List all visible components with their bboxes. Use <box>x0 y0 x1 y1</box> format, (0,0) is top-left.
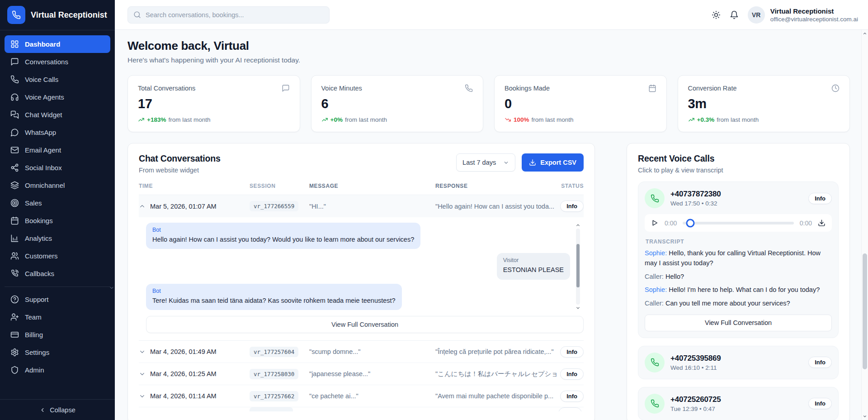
message-square-icon <box>282 84 290 92</box>
scroll-up-icon[interactable] <box>576 223 580 228</box>
topbar-right: VR Virtual Receptionist office@virtualre… <box>712 6 858 24</box>
sidebar-item-whatsapp[interactable]: WhatsApp <box>5 124 110 141</box>
row-response: "こんにちは！私はバーチャルレセプショ... <box>435 370 558 378</box>
stat-change: 100% <box>514 116 529 123</box>
sidebar-item-voice-agents[interactable]: Voice Agents <box>5 88 110 106</box>
export-csv-button[interactable]: Export CSV <box>522 153 584 172</box>
play-button[interactable] <box>651 219 659 227</box>
sidebar-item-voice-calls[interactable]: Voice Calls <box>5 71 110 88</box>
info-button[interactable] <box>558 407 582 411</box>
row-message: "japanesse please..." <box>309 370 435 377</box>
sidebar-item-omnichannel[interactable]: Omnichannel <box>5 177 110 194</box>
stat-label: Voice Minutes <box>321 85 362 92</box>
sidebar-item-label: Email Agent <box>25 146 61 154</box>
transcript-line: Caller:Can you tell me more about your s… <box>645 299 832 309</box>
sidebar-item-admin[interactable]: Admin <box>5 361 110 379</box>
table-row-partial[interactable] <box>139 407 584 411</box>
theme-toggle-button[interactable] <box>712 10 721 19</box>
sidebar-item-sales[interactable]: Sales <box>5 194 110 212</box>
chevron-down-icon <box>503 160 509 166</box>
conversation-scrollbar[interactable] <box>575 223 581 310</box>
collapse-sidebar-button[interactable]: Collapse <box>0 399 115 420</box>
sidebar-item-team[interactable]: Team <box>5 308 110 326</box>
sun-icon <box>712 10 721 19</box>
scroll-down-icon[interactable] <box>576 305 580 310</box>
voice-call-card[interactable]: +40725260725 Tue 12:39 • 0:47 Info <box>638 387 839 420</box>
sidebar-item-conversations[interactable]: Conversations <box>5 53 110 71</box>
main-area: VR Virtual Receptionist office@virtualre… <box>115 0 868 420</box>
sidebar-item-label: Settings <box>25 348 49 356</box>
seek-handle[interactable] <box>686 219 695 227</box>
info-button[interactable]: Info <box>808 357 832 368</box>
sidebar-item-social-inbox[interactable]: Social Inbox <box>5 159 110 177</box>
search-input[interactable] <box>146 11 324 19</box>
sidebar-item-dashboard[interactable]: Dashboard <box>5 35 110 53</box>
table-row[interactable]: Mar 4, 2026, 01:49 AM vr_177257604 "scum… <box>139 341 584 363</box>
elapsed-time: 0:00 <box>665 220 677 227</box>
column-session: SESSION <box>250 183 309 189</box>
chevron-up-icon[interactable] <box>139 203 146 210</box>
sidebar-item-support[interactable]: Support <box>5 291 110 308</box>
visitor-message-bubble: Visitor ESTONIAN PLEASE <box>497 253 570 279</box>
sidebar-scroll-down-icon[interactable] <box>109 284 114 292</box>
row-time: Mar 4, 2026, 01:25 AM <box>150 370 217 377</box>
sidebar-item-label: Bookings <box>25 217 53 224</box>
sidebar-item-analytics[interactable]: Analytics <box>5 229 110 247</box>
user-menu[interactable]: VR Virtual Receptionist office@virtualre… <box>748 6 858 24</box>
page-title: Welcome back, Virtual <box>127 39 850 53</box>
sidebar-item-billing[interactable]: Billing <box>5 326 110 344</box>
info-button[interactable]: Info <box>808 398 832 409</box>
sidebar-item-email-agent[interactable]: Email Agent <box>5 141 110 159</box>
transcript-speaker: Caller: <box>645 300 664 307</box>
stats-row: Total Conversations 17 +183% from last m… <box>127 75 850 132</box>
view-full-conversation-button[interactable]: View Full Conversation <box>146 316 584 333</box>
phone-icon <box>465 84 473 92</box>
date-range-select[interactable]: Last 7 days <box>456 153 515 172</box>
voice-call-card[interactable]: +40725395869 Wed 16:10 • 2:11 Info <box>638 346 839 379</box>
sidebar-item-label: Customers <box>25 252 58 260</box>
info-button[interactable]: Info <box>560 200 584 212</box>
seek-slider[interactable] <box>683 222 794 224</box>
sidebar-item-customers[interactable]: Customers <box>5 247 110 265</box>
scroll-up-icon[interactable] <box>863 31 867 36</box>
recent-voice-calls-panel: Recent Voice Calls Click to play & view … <box>627 143 850 420</box>
sidebar-item-bookings[interactable]: Bookings <box>5 212 110 229</box>
download-recording-button[interactable] <box>818 219 826 227</box>
voice-call-card[interactable]: +40737872380 Wed 17:50 • 0:32 Info 0:00 … <box>638 181 839 338</box>
stat-value: 3m <box>688 96 840 111</box>
chevron-down-icon[interactable] <box>139 348 146 355</box>
row-time: Mar 4, 2026, 01:14 AM <box>150 392 217 400</box>
session-badge: vr_177257604 <box>250 347 298 357</box>
table-row[interactable]: Mar 4, 2026, 01:14 AM vr_177257662 "ce p… <box>139 385 584 407</box>
info-button[interactable]: Info <box>560 346 584 358</box>
calendar-icon <box>10 216 19 225</box>
audio-player: 0:00 0:00 <box>645 214 832 232</box>
table-row[interactable]: Mar 5, 2026, 01:07 AM vr_177266559 "HI..… <box>139 195 584 217</box>
info-button[interactable]: Info <box>808 193 832 204</box>
scrollbar-thumb[interactable] <box>863 253 867 369</box>
trend-up-icon <box>138 116 145 123</box>
scroll-down-icon[interactable] <box>863 414 867 419</box>
stat-change-note: from last month <box>532 116 574 123</box>
notifications-button[interactable] <box>730 10 739 19</box>
shield-icon <box>10 366 19 374</box>
info-button[interactable]: Info <box>560 368 584 380</box>
info-button[interactable]: Info <box>560 391 584 402</box>
sidebar-item-settings[interactable]: Settings <box>5 344 110 361</box>
scrollbar-thumb[interactable] <box>576 244 580 287</box>
stat-card-conversion-rate: Conversion Rate 3m +0.3% from last month <box>678 75 850 132</box>
sidebar-item-chat-widget[interactable]: Chat Widget <box>5 106 110 124</box>
stat-value: 6 <box>321 96 473 111</box>
message-text: Tere! Kuidas ma saan teid täna aidata? K… <box>152 296 396 305</box>
view-full-conversation-button[interactable]: View Full Conversation <box>645 315 832 331</box>
stat-value: 0 <box>505 96 656 111</box>
chevron-down-icon[interactable] <box>139 371 146 377</box>
page-scrollbar[interactable] <box>861 30 868 420</box>
chevron-down-icon[interactable] <box>139 393 146 400</box>
topbar: VR Virtual Receptionist office@virtualre… <box>115 0 868 30</box>
sidebar-item-label: Voice Calls <box>25 76 58 83</box>
message-scroll-area[interactable]: Bot Hello again! How can I assist you to… <box>146 223 584 311</box>
sidebar-item-callbacks[interactable]: Callbacks <box>5 265 110 282</box>
table-row[interactable]: Mar 4, 2026, 01:25 AM vr_177258030 "japa… <box>139 363 584 385</box>
phone-icon <box>645 353 665 372</box>
